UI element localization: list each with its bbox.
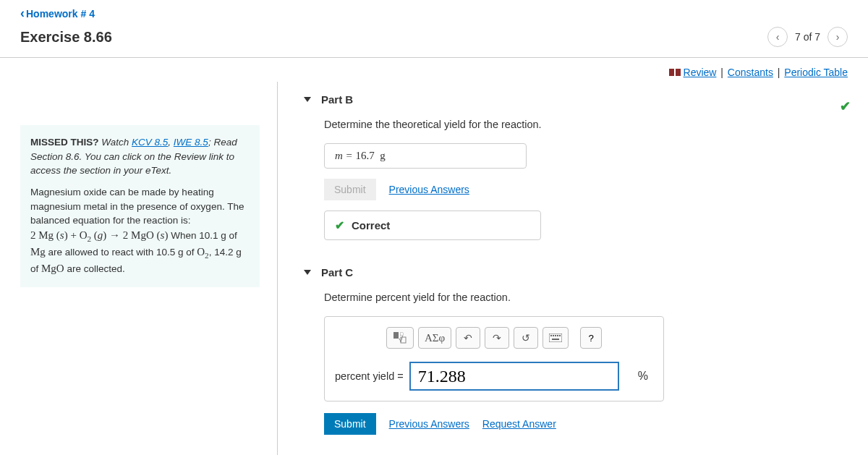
part-c-previous-answers-link[interactable]: Previous Answers <box>389 418 469 430</box>
help-button[interactable]: ? <box>580 327 602 349</box>
missed-title: MISSED THIS? <box>30 137 99 148</box>
keyboard-icon[interactable] <box>542 327 569 349</box>
part-c-label: Part C <box>321 266 353 279</box>
percent-yield-input[interactable] <box>409 362 619 391</box>
part-b-prompt: Determine the theoretical yield for the … <box>324 119 848 130</box>
feedback-correct: ✔ Correct <box>324 211 541 240</box>
caret-down-icon <box>304 270 311 275</box>
undo-icon[interactable]: ↶ <box>456 327 480 349</box>
separator: | <box>778 67 780 78</box>
input-label: percent yield = <box>335 370 404 382</box>
answer-input-box: □√ ΑΣφ ↶ ↷ ↺ ? percent yield = <box>324 316 664 401</box>
check-icon: ✔ <box>335 218 344 232</box>
svg-rect-9 <box>555 335 556 336</box>
svg-rect-0 <box>669 69 674 76</box>
part-b-header[interactable]: Part B <box>304 88 848 111</box>
review-link[interactable]: Review <box>684 67 717 78</box>
unit-label: % <box>638 370 648 383</box>
check-icon: ✔ <box>840 98 851 114</box>
page-title: Exercise 8.66 <box>20 29 112 46</box>
part-b-submit-button: Submit <box>324 179 376 200</box>
svg-rect-12 <box>552 339 559 340</box>
svg-rect-11 <box>559 335 561 336</box>
part-b-label: Part B <box>321 93 353 106</box>
part-c-header[interactable]: Part C <box>304 260 848 284</box>
iwe-link[interactable]: IWE 8.5 <box>174 137 208 148</box>
prev-item-button[interactable]: ‹ <box>767 27 788 47</box>
periodic-table-link[interactable]: Periodic Table <box>784 67 848 78</box>
problem-intro: Magnesium oxide can be made by heating m… <box>30 187 244 226</box>
greek-symbols-button[interactable]: ΑΣφ <box>418 327 451 349</box>
separator: | <box>720 67 723 78</box>
equation: 2 Mg (s) + O2 (g) → 2 MgO (s) <box>30 229 168 241</box>
template-icon[interactable]: □√ <box>386 327 414 349</box>
missed-this-box: MISSED THIS? Watch KCV 8.5, IWE 8.5; Rea… <box>20 125 260 287</box>
redo-icon[interactable]: ↷ <box>485 327 509 349</box>
svg-rect-1 <box>676 69 681 76</box>
constants-link[interactable]: Constants <box>728 67 773 78</box>
part-c-prompt: Determine percent yield for the reaction… <box>324 292 848 303</box>
reset-icon[interactable]: ↺ <box>514 327 538 349</box>
svg-rect-6 <box>549 333 562 342</box>
book-icon <box>669 67 681 79</box>
svg-rect-2 <box>393 332 399 339</box>
part-c-submit-button[interactable]: Submit <box>324 413 376 435</box>
part-b-answer: m = 16.7 g <box>324 143 527 169</box>
svg-rect-10 <box>557 335 558 336</box>
svg-rect-8 <box>553 335 554 336</box>
back-link[interactable]: Homework # 4 <box>20 8 95 20</box>
watch-label: Watch <box>101 137 129 148</box>
caret-down-icon <box>304 97 311 102</box>
kcv-link[interactable]: KCV 8.5 <box>132 137 168 148</box>
svg-rect-7 <box>550 335 552 336</box>
request-answer-link[interactable]: Request Answer <box>482 418 556 430</box>
feedback-text: Correct <box>352 219 390 231</box>
part-b-previous-answers-link[interactable]: Previous Answers <box>389 184 469 195</box>
next-item-button[interactable]: › <box>827 27 848 47</box>
item-counter: 7 of 7 <box>795 31 820 43</box>
